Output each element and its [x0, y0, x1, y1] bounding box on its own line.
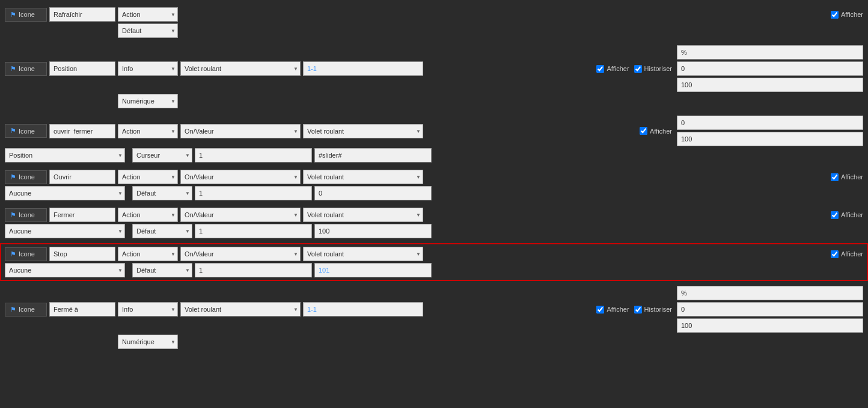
value2-6[interactable] [314, 263, 432, 277]
right-input-3-2[interactable] [677, 132, 863, 146]
name-input-1[interactable] [49, 7, 115, 22]
row-group-7: Icone Action Info Volet roulant On/Valeu… [0, 283, 868, 351]
type-select-1[interactable]: Action Info [118, 7, 178, 22]
position-select-wrapper-4: Position Aucune [5, 186, 125, 200]
value1-3[interactable] [195, 148, 312, 162]
row-group-1: Icone Action Info Afficher Défaut [0, 5, 868, 40]
afficher-label-7[interactable]: Afficher [596, 306, 629, 314]
historiser-label-2[interactable]: Historiser [634, 65, 672, 73]
volet2-select-4[interactable]: Volet roulant [303, 170, 423, 184]
name-input-5[interactable] [49, 208, 115, 222]
sub-select-wrapper-7: Numérique Texte [118, 335, 178, 349]
position-select-wrapper-6: Position Aucune [5, 263, 125, 277]
value1-4[interactable] [195, 186, 312, 200]
row-1-top: Icone Action Info Afficher [5, 7, 863, 22]
historiser-check-7[interactable] [634, 306, 642, 314]
name-input-7[interactable] [49, 302, 115, 317]
value1-6[interactable] [195, 263, 312, 277]
sub-select-3[interactable]: Défaut Curseur [132, 148, 192, 162]
afficher-label-6[interactable]: Afficher [831, 250, 863, 258]
sub-select-6[interactable]: Défaut Curseur [132, 263, 192, 277]
volet2-select-5[interactable]: Volet roulant [303, 208, 423, 222]
type-select-2[interactable]: Action Info [118, 61, 178, 76]
row-group-5: Icone Action Info Volet roulant On/Valeu… [0, 205, 868, 241]
afficher-label-3[interactable]: Afficher [640, 127, 672, 135]
afficher-label-1[interactable]: Afficher [831, 11, 863, 19]
afficher-check-5[interactable] [831, 211, 839, 219]
id-input-7[interactable] [303, 302, 423, 317]
value2-5[interactable] [314, 224, 432, 238]
afficher-label-2[interactable]: Afficher [596, 65, 629, 73]
icone-button-7[interactable]: Icone [5, 303, 47, 317]
right-inputs-2 [677, 45, 863, 92]
volet2-select-wrapper-4: Volet roulant [303, 170, 423, 184]
type-select-6[interactable]: Action Info [118, 247, 178, 261]
right-input-2-3[interactable] [677, 78, 863, 92]
type-select-3[interactable]: Action Info [118, 124, 178, 138]
afficher-check-7[interactable] [596, 306, 604, 314]
value2-4[interactable] [314, 186, 432, 200]
row-group-4: Icone Action Info Volet roulant On/Valeu… [0, 167, 868, 203]
volet-select-wrapper-5: Volet roulant On/Valeur [180, 208, 301, 222]
volet-select-6[interactable]: Volet roulant On/Valeur [180, 247, 301, 261]
type-select-wrapper-3: Action Info [118, 124, 178, 138]
type-select-wrapper-5: Action Info [118, 208, 178, 222]
volet-select-5[interactable]: Volet roulant On/Valeur [180, 208, 301, 222]
afficher-check-1[interactable] [831, 11, 839, 19]
position-select-6[interactable]: Position Aucune [5, 263, 125, 277]
icone-button-5[interactable]: Icone [5, 208, 47, 222]
type-select-5[interactable]: Action Info [118, 208, 178, 222]
row-4-top: Icone Action Info Volet roulant On/Valeu… [5, 170, 863, 184]
volet-select-7[interactable]: Volet roulant On/Valeur [180, 302, 301, 317]
right-input-2-1[interactable] [677, 45, 863, 60]
right-input-3-1[interactable] [677, 116, 863, 130]
sub-select-7[interactable]: Numérique Texte [118, 335, 178, 349]
right-input-7-1[interactable] [677, 286, 863, 300]
sub-select-4[interactable]: Défaut Curseur [132, 186, 192, 200]
right-input-2-2[interactable] [677, 61, 863, 76]
value2-3[interactable] [314, 148, 432, 162]
row-group-2: Icone Action Info Volet roulant On/Valeu… [0, 43, 868, 111]
name-input-6[interactable] [49, 247, 115, 261]
sub-select-2[interactable]: Numérique Texte [118, 94, 178, 108]
position-select-5[interactable]: Position Aucune [5, 224, 125, 238]
name-input-2[interactable] [49, 61, 115, 76]
afficher-check-4[interactable] [831, 173, 839, 181]
icone-button-2[interactable]: Icone [5, 62, 47, 76]
sub-select-5[interactable]: Défaut Curseur [132, 224, 192, 238]
volet2-select-6[interactable]: Volet roulant [303, 247, 423, 261]
type-select-4[interactable]: Action Info [118, 170, 178, 184]
sub-select-wrapper-5: Défaut Curseur [132, 224, 192, 238]
volet2-select-3[interactable]: Volet roulant [303, 124, 423, 138]
right-input-7-2[interactable] [677, 302, 863, 317]
afficher-label-4[interactable]: Afficher [831, 173, 863, 181]
icone-button-4[interactable]: Icone [5, 170, 47, 184]
row-3-bottom: Position Aucune Défaut Curseur [5, 148, 863, 162]
type-select-wrapper-6: Action Info [118, 247, 178, 261]
id-input-2[interactable] [303, 61, 423, 76]
icone-button-3[interactable]: Icone [5, 124, 47, 138]
volet2-select-wrapper-3: Volet roulant [303, 124, 423, 138]
position-select-wrapper-3: Position Aucune [5, 148, 125, 162]
name-input-4[interactable] [49, 170, 115, 184]
afficher-check-2[interactable] [596, 65, 604, 73]
volet-select-4[interactable]: Volet roulant On/Valeur [180, 170, 301, 184]
icone-button-1[interactable]: Icone [5, 8, 47, 22]
position-select-4[interactable]: Position Aucune [5, 186, 125, 200]
afficher-label-5[interactable]: Afficher [831, 211, 863, 219]
icone-button-6[interactable]: Icone [5, 247, 47, 261]
volet-select-2[interactable]: Volet roulant On/Valeur [180, 61, 301, 76]
right-input-7-3[interactable] [677, 318, 863, 333]
sub-select-1[interactable]: Défaut Curseur [118, 23, 178, 38]
row-7-top: Icone Action Info Volet roulant On/Valeu… [5, 286, 863, 333]
historiser-check-2[interactable] [634, 65, 642, 73]
afficher-check-3[interactable] [640, 127, 647, 135]
afficher-check-6[interactable] [831, 250, 839, 258]
value1-5[interactable] [195, 224, 312, 238]
historiser-label-7[interactable]: Historiser [634, 306, 672, 314]
name-input-3[interactable] [49, 124, 115, 138]
type-select-7[interactable]: Action Info [118, 302, 178, 317]
row-group-3: Icone Action Info Volet roulant On/Valeu… [0, 113, 868, 165]
position-select-3[interactable]: Position Aucune [5, 148, 125, 162]
volet-select-3[interactable]: Volet roulant On/Valeur [180, 124, 301, 138]
